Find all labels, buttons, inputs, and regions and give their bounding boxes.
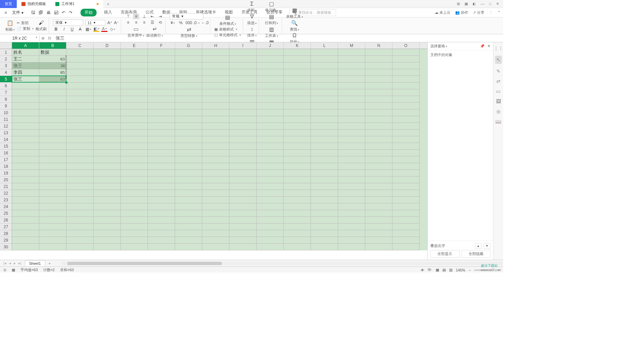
cell-D28[interactable] — [94, 230, 121, 237]
cell-L2[interactable] — [311, 56, 338, 62]
save-as-icon[interactable]: 🗐 — [39, 10, 43, 15]
cell-L10[interactable] — [311, 109, 338, 116]
cell-N25[interactable] — [365, 210, 392, 217]
cell-O8[interactable] — [392, 96, 420, 103]
cells-area[interactable]: 姓名数据王二63张三38李四85张三63 — [12, 49, 427, 250]
cell-K18[interactable] — [284, 163, 311, 170]
cell-L25[interactable] — [311, 210, 338, 217]
table-style-button[interactable]: ▦ 表格样式 — [214, 27, 241, 32]
cell-O11[interactable] — [392, 116, 420, 123]
cell-C4[interactable] — [66, 69, 94, 76]
cell-O1[interactable] — [392, 49, 420, 56]
row-header-11[interactable]: 11 — [0, 116, 12, 123]
cell-B20[interactable] — [39, 177, 66, 183]
cell-K20[interactable] — [284, 177, 311, 183]
cell-F17[interactable] — [148, 156, 175, 163]
style-icon[interactable]: ✎ — [496, 68, 500, 74]
cell-M7[interactable] — [338, 89, 365, 96]
cell-E8[interactable] — [121, 96, 148, 103]
cell-B24[interactable] — [39, 203, 66, 210]
cell-O21[interactable] — [392, 183, 420, 190]
cell-D29[interactable] — [94, 237, 121, 244]
cell-E29[interactable] — [121, 237, 148, 244]
cell-L17[interactable] — [311, 156, 338, 163]
cell-I18[interactable] — [229, 163, 257, 170]
cell-H15[interactable] — [202, 143, 229, 150]
cell-J22[interactable] — [257, 190, 284, 197]
cell-D13[interactable] — [94, 130, 121, 136]
cell-N8[interactable] — [365, 96, 392, 103]
cell-H21[interactable] — [202, 183, 229, 190]
cell-G27[interactable] — [175, 223, 202, 230]
cell-D26[interactable] — [94, 217, 121, 223]
sheet-first-icon[interactable]: |◂ — [3, 261, 6, 265]
cell-A23[interactable] — [12, 197, 39, 203]
cell-K1[interactable] — [284, 49, 311, 56]
cell-G5[interactable] — [175, 76, 202, 83]
cell-M2[interactable] — [338, 56, 365, 62]
goto-icon[interactable]: ⊕ — [40, 36, 46, 41]
cell-J3[interactable] — [257, 62, 284, 69]
cell-C5[interactable] — [66, 76, 94, 83]
cell-N9[interactable] — [365, 103, 392, 109]
col-header-N[interactable]: N — [365, 42, 392, 49]
cell-N11[interactable] — [365, 116, 392, 123]
cell-H26[interactable] — [202, 217, 229, 223]
cell-I30[interactable] — [229, 244, 257, 250]
cell-F13[interactable] — [148, 130, 175, 136]
cell-L13[interactable] — [311, 130, 338, 136]
cell-J4[interactable] — [257, 69, 284, 76]
cell-D30[interactable] — [94, 244, 121, 250]
cell-I15[interactable] — [229, 143, 257, 150]
col-header-H[interactable]: H — [202, 42, 229, 49]
cell-A5[interactable]: 张三 — [12, 76, 39, 83]
col-header-B[interactable]: B — [39, 42, 66, 49]
row-header-19[interactable]: 19 — [0, 170, 12, 177]
row-header-1[interactable]: 1 — [0, 49, 12, 56]
cell-C19[interactable] — [66, 170, 94, 177]
cell-J24[interactable] — [257, 203, 284, 210]
cell-K17[interactable] — [284, 156, 311, 163]
align-middle-icon[interactable]: ≡ — [133, 14, 139, 19]
cell-F23[interactable] — [148, 197, 175, 203]
cell-O26[interactable] — [392, 217, 420, 223]
cell-N20[interactable] — [365, 177, 392, 183]
cell-I1[interactable] — [229, 49, 257, 56]
currency-button[interactable]: ¥ — [170, 20, 176, 26]
cell-D24[interactable] — [94, 203, 121, 210]
filter-button[interactable]: ∇筛选 — [247, 13, 257, 26]
font-size-select[interactable]: 11▾ — [85, 20, 105, 26]
cell-M14[interactable] — [338, 136, 365, 143]
cell-O23[interactable] — [392, 197, 420, 203]
fx-icon[interactable]: fx — [46, 36, 53, 41]
row-header-21[interactable]: 21 — [0, 183, 12, 190]
row-header-22[interactable]: 22 — [0, 190, 12, 197]
cell-A10[interactable] — [12, 109, 39, 116]
cell-F11[interactable] — [148, 116, 175, 123]
cell-K23[interactable] — [284, 197, 311, 203]
row-header-12[interactable]: 12 — [0, 123, 12, 130]
cell-D1[interactable] — [94, 49, 121, 56]
cell-B7[interactable] — [39, 89, 66, 96]
cell-B13[interactable] — [39, 130, 66, 136]
cell-N24[interactable] — [365, 203, 392, 210]
format-painter-button[interactable]: 🖌格式刷 — [36, 20, 47, 32]
cell-M23[interactable] — [338, 197, 365, 203]
cell-K22[interactable] — [284, 190, 311, 197]
cut-button[interactable]: ✂ 剪切 — [17, 20, 34, 26]
row-header-2[interactable]: 2 — [0, 56, 12, 62]
cell-N10[interactable] — [365, 109, 392, 116]
cell-N2[interactable] — [365, 56, 392, 62]
cell-I9[interactable] — [229, 103, 257, 109]
cell-H13[interactable] — [202, 130, 229, 136]
cell-A9[interactable] — [12, 103, 39, 109]
cell-H1[interactable] — [202, 49, 229, 56]
cell-B27[interactable] — [39, 223, 66, 230]
cell-D5[interactable] — [94, 76, 121, 83]
cell-M29[interactable] — [338, 237, 365, 244]
cell-D12[interactable] — [94, 123, 121, 130]
cell-K2[interactable] — [284, 56, 311, 62]
cell-J20[interactable] — [257, 177, 284, 183]
cell-L9[interactable] — [311, 103, 338, 109]
cell-N23[interactable] — [365, 197, 392, 203]
